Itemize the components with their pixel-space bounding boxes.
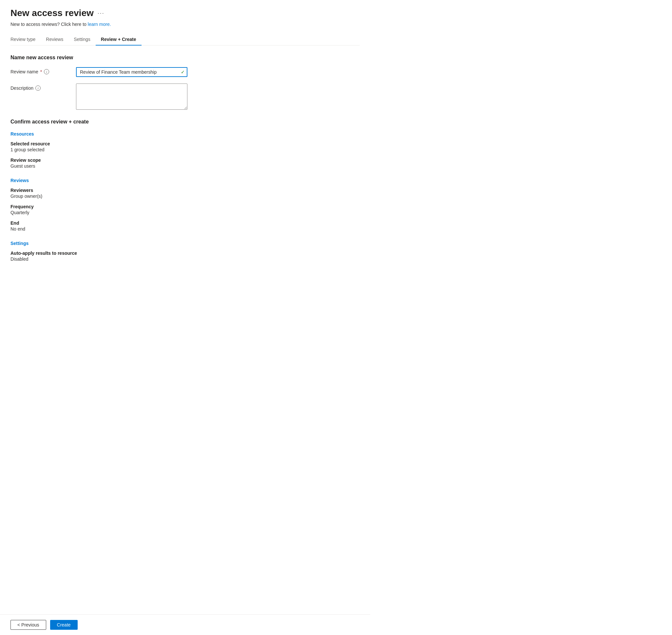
page-title: New access review — [10, 8, 94, 18]
page-title-row: New access review ··· — [10, 8, 360, 18]
review-name-row: Review name * i ✓ — [10, 67, 360, 77]
auto-apply-group: Auto-apply results to resource Disabled — [10, 250, 360, 262]
confirm-section: Confirm access review + create Resources… — [10, 119, 360, 262]
resources-subsection: Resources Selected resource 1 group sele… — [10, 131, 360, 169]
reviews-subsection: Reviews Reviewers Group owner(s) Frequen… — [10, 178, 360, 232]
end-label: End — [10, 220, 360, 226]
reviews-label: Reviews — [10, 178, 360, 183]
description-info-icon[interactable]: i — [35, 86, 41, 91]
frequency-group: Frequency Quarterly — [10, 204, 360, 215]
tab-reviews[interactable]: Reviews — [41, 34, 68, 45]
auto-apply-value: Disabled — [10, 257, 360, 262]
review-name-input-wrapper: ✓ — [76, 67, 187, 77]
settings-subsection: Settings Auto-apply results to resource … — [10, 241, 360, 262]
reviewers-label: Reviewers — [10, 188, 360, 193]
end-value: No end — [10, 226, 360, 232]
selected-resource-group: Selected resource 1 group selected — [10, 141, 360, 152]
review-scope-label: Review scope — [10, 157, 360, 163]
review-scope-group: Review scope Guest users — [10, 157, 360, 169]
resources-label: Resources — [10, 131, 360, 136]
review-scope-value: Guest users — [10, 163, 360, 169]
description-textarea[interactable] — [76, 84, 187, 110]
main-content: New access review ··· New to access revi… — [0, 0, 370, 347]
tab-settings[interactable]: Settings — [68, 34, 96, 45]
description-label-text: Description — [10, 86, 34, 91]
frequency-label: Frequency — [10, 204, 360, 209]
tabs-row: Review type Reviews Settings Review + Cr… — [10, 34, 360, 45]
check-icon: ✓ — [181, 69, 185, 75]
selected-resource-value: 1 group selected — [10, 147, 360, 152]
confirm-section-title: Confirm access review + create — [10, 119, 360, 125]
form-section-title: Name new access review — [10, 55, 360, 61]
review-name-input[interactable] — [76, 67, 187, 77]
page-container: New access review ··· New to access revi… — [0, 0, 370, 347]
tab-review-create[interactable]: Review + Create — [96, 34, 142, 45]
auto-apply-label: Auto-apply results to resource — [10, 250, 360, 256]
more-options-icon[interactable]: ··· — [98, 10, 105, 17]
selected-resource-label: Selected resource — [10, 141, 360, 146]
settings-label: Settings — [10, 241, 360, 246]
end-group: End No end — [10, 220, 360, 232]
reviewers-value: Group owner(s) — [10, 194, 360, 199]
info-bar: New to access reviews? Click here to lea… — [10, 22, 360, 27]
description-row: Description i — [10, 84, 360, 110]
learn-more-link[interactable]: learn more. — [88, 22, 111, 27]
frequency-value: Quarterly — [10, 210, 360, 215]
review-name-label-text: Review name — [10, 69, 38, 74]
reviewers-group: Reviewers Group owner(s) — [10, 188, 360, 199]
review-name-info-icon[interactable]: i — [44, 69, 49, 74]
tab-review-type[interactable]: Review type — [10, 34, 41, 45]
review-name-label: Review name * i — [10, 67, 76, 74]
required-star: * — [40, 69, 42, 74]
description-label: Description i — [10, 84, 76, 91]
info-text: New to access reviews? Click here to — [10, 22, 86, 27]
